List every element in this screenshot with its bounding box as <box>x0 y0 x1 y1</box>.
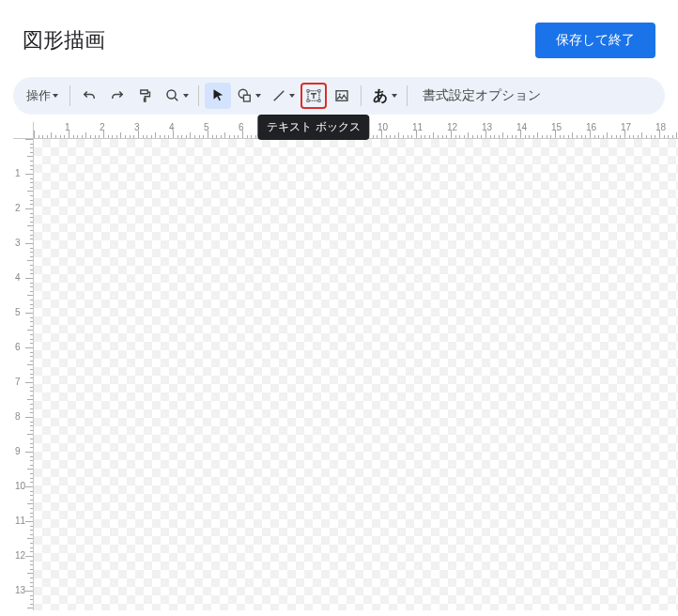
ruler-tick: 16 <box>590 122 624 138</box>
text-box-icon <box>305 87 322 104</box>
ruler-tick: 12 <box>451 122 485 138</box>
ruler-tick: 15 <box>555 122 590 138</box>
vertical-ruler[interactable]: 1234567891011121314 <box>13 139 34 610</box>
zoom-icon <box>164 87 181 104</box>
paint-format-button[interactable] <box>132 83 159 109</box>
text-box-tool[interactable]: テキスト ボックス <box>300 83 327 109</box>
actions-menu[interactable]: 操作 <box>21 83 64 109</box>
shape-menu[interactable] <box>233 83 265 109</box>
svg-rect-6 <box>307 100 309 101</box>
chevron-down-icon <box>255 94 261 98</box>
ruler-tick: 1 <box>69 122 103 138</box>
ruler-tick: 14 <box>520 122 555 138</box>
shape-icon <box>237 87 254 104</box>
text-a-icon: あ <box>371 86 390 106</box>
canvas-area: 1234567891011121314151617181 12345678910… <box>13 122 678 610</box>
separator <box>361 85 362 106</box>
chevron-down-icon <box>183 94 189 98</box>
svg-point-9 <box>339 93 341 95</box>
svg-rect-7 <box>318 100 320 101</box>
ruler-tick: 10 <box>381 122 416 138</box>
image-icon <box>333 87 350 104</box>
ruler-tick <box>34 122 69 138</box>
dialog-title: 図形描画 <box>23 26 105 54</box>
separator <box>407 85 408 106</box>
format-options-button[interactable]: 書式設定オプション <box>413 83 550 109</box>
ruler-tick: 2 <box>103 122 138 138</box>
separator <box>69 85 70 106</box>
line-menu[interactable] <box>267 83 299 109</box>
chevron-down-icon <box>392 94 397 98</box>
ruler-tick: 4 <box>173 122 208 138</box>
line-icon <box>270 87 287 104</box>
ruler-tick: 11 <box>416 122 451 138</box>
cursor-icon <box>209 87 226 104</box>
toolbar: 操作 テキスト ボックス <box>13 77 665 115</box>
chevron-down-icon <box>53 94 58 98</box>
drawing-canvas[interactable] <box>34 139 678 610</box>
svg-rect-5 <box>318 90 320 92</box>
svg-point-0 <box>167 90 176 99</box>
save-and-close-button[interactable]: 保存して終了 <box>535 23 655 58</box>
undo-icon <box>81 87 98 104</box>
text-style-menu[interactable]: あ <box>367 83 401 109</box>
ruler-tick: 5 <box>208 122 242 138</box>
ruler-tick: 3 <box>138 122 173 138</box>
undo-button[interactable] <box>76 83 102 109</box>
chevron-down-icon <box>289 94 295 98</box>
ruler-tick: 18 <box>659 122 678 138</box>
tooltip: テキスト ボックス <box>257 115 369 140</box>
ruler-corner <box>13 122 34 139</box>
redo-button[interactable] <box>104 83 131 109</box>
zoom-menu[interactable] <box>161 83 193 109</box>
ruler-tick: 13 <box>13 591 33 610</box>
svg-rect-2 <box>244 95 251 101</box>
redo-icon <box>109 87 126 104</box>
svg-rect-4 <box>307 90 309 92</box>
select-tool[interactable] <box>205 83 231 109</box>
ruler-tick: 13 <box>485 122 520 138</box>
actions-label: 操作 <box>26 87 51 104</box>
ruler-tick: 17 <box>624 122 659 138</box>
image-tool[interactable] <box>329 83 355 109</box>
separator <box>198 85 199 106</box>
paint-roller-icon <box>137 87 154 104</box>
